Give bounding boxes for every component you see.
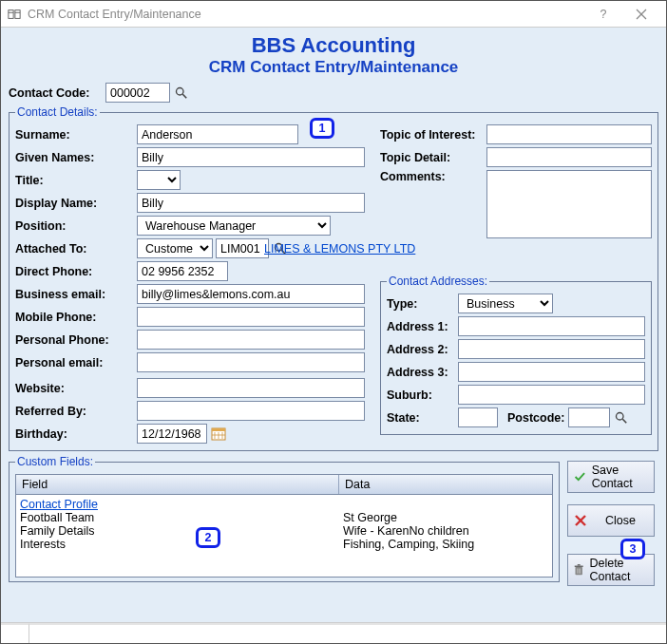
statusbar — [1, 622, 666, 643]
direct-phone-label: Direct Phone: — [15, 265, 137, 278]
calendar-icon[interactable] — [209, 425, 228, 444]
topic-detail-label: Topic Detail: — [380, 151, 486, 164]
address3-label: Address 3: — [387, 366, 458, 379]
personal-email-label: Personal email: — [15, 356, 137, 369]
save-contact-button[interactable]: Save Contact — [567, 461, 655, 493]
state-input[interactable] — [458, 407, 498, 427]
business-email-input[interactable] — [137, 284, 365, 304]
custom-fields-table: Field Data Contact Profile Football Team… — [15, 474, 553, 578]
custom-fields-legend: Custom Fields: — [15, 455, 95, 468]
personal-email-input[interactable] — [137, 352, 365, 372]
display-name-input[interactable] — [137, 193, 365, 213]
website-input[interactable] — [137, 378, 365, 398]
address2-input[interactable] — [458, 339, 645, 359]
direct-phone-input[interactable] — [137, 261, 228, 281]
business-email-label: Business email: — [15, 288, 137, 301]
referred-by-input[interactable] — [137, 401, 365, 421]
website-label: Website: — [15, 382, 137, 395]
referred-by-label: Referred By: — [15, 405, 137, 418]
close-window-button[interactable] — [622, 1, 660, 27]
svg-point-6 — [176, 87, 183, 95]
col-data-header: Data — [339, 475, 552, 494]
window: CRM Contact Entry/Maintenance ? BBS Acco… — [0, 0, 667, 644]
suburb-input[interactable] — [458, 385, 645, 405]
postcode-label: Postcode: — [507, 411, 564, 425]
position-label: Position: — [15, 219, 137, 233]
svg-point-16 — [617, 412, 624, 420]
callout-3: 3 — [620, 539, 645, 559]
personal-phone-label: Personal Phone: — [15, 333, 137, 347]
address2-label: Address 2: — [387, 343, 458, 356]
contact-details-legend: Contact Details: — [15, 105, 100, 119]
header-subtitle: CRM Contact Entry/Maintenance — [9, 58, 658, 77]
postcode-input[interactable] — [568, 407, 610, 427]
window-title: CRM Contact Entry/Maintenance — [28, 8, 201, 21]
help-button[interactable]: ? — [584, 1, 622, 27]
display-name-label: Display Name: — [15, 197, 137, 210]
attached-to-link[interactable]: LIMES & LEMONS PTY LTD — [264, 242, 415, 256]
comments-label: Comments: — [380, 170, 486, 183]
form-body: BBS Accounting CRM Contact Entry/Mainten… — [1, 28, 666, 622]
callout-1: 1 — [310, 118, 334, 139]
table-row[interactable]: Football TeamSt George — [20, 511, 548, 524]
table-row[interactable]: Contact Profile — [20, 498, 548, 511]
attached-to-code-input[interactable] — [216, 238, 269, 258]
birthday-input[interactable] — [137, 424, 207, 444]
table-row[interactable]: InterestsFishing, Camping, Skiing — [20, 538, 548, 551]
address3-input[interactable] — [458, 362, 645, 382]
title-label: Title: — [15, 174, 137, 187]
address1-input[interactable] — [458, 316, 645, 336]
personal-phone-input[interactable] — [137, 330, 365, 350]
topic-detail-input[interactable] — [486, 147, 652, 167]
contact-addresses-legend: Contact Addresses: — [387, 275, 489, 288]
position-select[interactable]: Warehouse Manager — [137, 216, 331, 236]
surname-input[interactable] — [137, 124, 298, 144]
address1-label: Address 1: — [387, 320, 458, 333]
state-label: State: — [387, 411, 458, 425]
close-button[interactable]: Close — [567, 504, 655, 537]
svg-rect-11 — [212, 428, 225, 431]
mobile-phone-input[interactable] — [137, 307, 365, 327]
attached-to-type-select[interactable]: Customer — [137, 238, 213, 258]
postcode-search-icon[interactable] — [612, 408, 631, 427]
svg-line-7 — [182, 94, 186, 98]
suburb-label: Suburb: — [387, 388, 458, 402]
svg-rect-22 — [578, 564, 581, 565]
svg-rect-0 — [9, 9, 13, 18]
contact-code-label: Contact Code: — [9, 86, 105, 100]
title-select[interactable] — [137, 170, 181, 190]
contact-code-input[interactable] — [105, 83, 170, 103]
custom-fields-fieldset: Custom Fields: 2 Field Data Contact Prof… — [9, 455, 560, 582]
given-names-input[interactable] — [137, 147, 365, 167]
given-names-label: Given Names: — [15, 151, 137, 164]
surname-label: Surname: — [15, 128, 137, 142]
header-title: BBS Accounting — [9, 33, 658, 58]
contact-details-fieldset: Contact Details: 1 Surname: Given Names:… — [9, 105, 658, 451]
comments-input[interactable] — [486, 170, 652, 238]
topic-of-interest-label: Topic of Interest: — [380, 128, 486, 142]
attached-to-label: Attached To: — [15, 242, 137, 256]
svg-rect-21 — [575, 566, 583, 567]
birthday-label: Birthday: — [15, 427, 137, 441]
contact-addresses-fieldset: Contact Addresses: Type:Business Address… — [380, 275, 652, 435]
mobile-phone-label: Mobile Phone: — [15, 311, 137, 324]
contact-code-search-icon[interactable] — [172, 84, 191, 103]
col-field-header: Field — [16, 475, 339, 494]
address-type-select[interactable]: Business — [458, 294, 553, 313]
table-row[interactable]: Family DetailsWife - KarenNo children — [20, 524, 548, 538]
svg-line-17 — [623, 419, 627, 423]
titlebar: CRM Contact Entry/Maintenance ? — [1, 1, 666, 28]
topic-of-interest-input[interactable] — [486, 124, 652, 144]
svg-rect-1 — [15, 9, 20, 18]
callout-2: 2 — [196, 527, 220, 548]
address-type-label: Type: — [387, 297, 458, 311]
app-icon — [7, 7, 22, 22]
